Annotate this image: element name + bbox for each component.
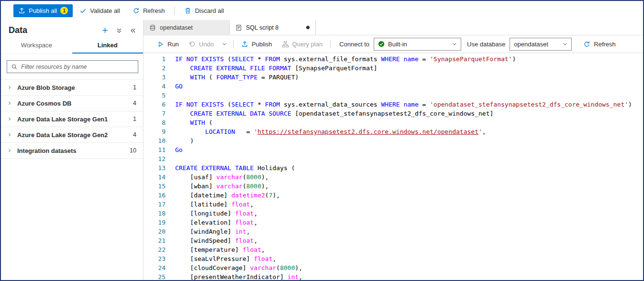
- discard-all-label: Discard all: [195, 7, 224, 14]
- run-button[interactable]: Run: [152, 37, 184, 51]
- tree-item[interactable]: Integration datasets10: [1, 143, 143, 159]
- code-line[interactable]: [cloudCoverage] varchar(8000),: [175, 263, 643, 272]
- tree-item[interactable]: Azure Data Lake Storage Gen11: [1, 111, 143, 127]
- line-number: 22: [144, 245, 166, 254]
- line-number: 3: [144, 73, 166, 82]
- refresh-button[interactable]: Refresh: [127, 4, 171, 17]
- collapse-all-icon[interactable]: [116, 27, 122, 34]
- line-number: 10: [144, 136, 166, 145]
- tree-item[interactable]: Azure Cosmos DB4: [1, 96, 143, 111]
- code-line[interactable]: [elevation] float,: [175, 218, 643, 227]
- line-number: 17: [144, 200, 166, 209]
- sidebar-header: Data: [1, 20, 143, 38]
- code-line[interactable]: IF NOT EXISTS (SELECT * FROM sys.externa…: [175, 54, 643, 64]
- use-database-select[interactable]: opendataset: [510, 38, 572, 51]
- tree-item-count: 4: [133, 131, 136, 138]
- toolbar-divider: [174, 6, 175, 15]
- undo-dropdown-chevron[interactable]: [219, 41, 230, 47]
- undo-label: Undo: [199, 41, 214, 48]
- query-plan-label: Query plan: [292, 41, 323, 48]
- tree-item-label: Azure Blob Storage: [17, 84, 133, 91]
- line-number: 21: [144, 236, 166, 245]
- validate-all-button[interactable]: Validate all: [74, 4, 126, 17]
- line-number: 11: [144, 145, 166, 154]
- line-numbers: 1234567891011121314151617181920212223242…: [144, 54, 167, 280]
- line-number: 18: [144, 209, 166, 218]
- code-line[interactable]: WITH (: [175, 118, 643, 127]
- chevron-right-icon[interactable]: [7, 148, 12, 153]
- refresh-icon: [583, 41, 590, 48]
- validate-all-label: Validate all: [90, 7, 120, 14]
- collapse-panel-icon[interactable]: [130, 27, 136, 34]
- play-icon: [157, 41, 164, 48]
- code-line[interactable]: CREATE EXTERNAL FILE FORMAT [SynapseParq…: [175, 64, 643, 73]
- code-line[interactable]: [175, 154, 643, 163]
- code-line[interactable]: GO: [175, 82, 643, 91]
- code-line[interactable]: IF NOT EXISTS (SELECT * FROM sys.externa…: [175, 100, 643, 109]
- chevron-right-icon[interactable]: [7, 101, 12, 106]
- line-number: 24: [144, 263, 166, 272]
- body: Data Workspace Linked: [1, 20, 643, 280]
- tree-item-count: 1: [133, 116, 136, 122]
- chevron-down-icon: [452, 41, 457, 47]
- undo-icon: [189, 41, 196, 48]
- code-line[interactable]: WITH ( FORMAT_TYPE = PARQUET): [175, 73, 643, 82]
- tree-item[interactable]: Azure Blob Storage1: [1, 80, 143, 96]
- database-icon: [149, 24, 156, 31]
- code-line[interactable]: [temperature] float,: [175, 245, 643, 254]
- run-label: Run: [167, 41, 179, 48]
- code-line[interactable]: [175, 91, 643, 100]
- tab-linked[interactable]: Linked: [72, 38, 144, 54]
- line-number: 20: [144, 227, 166, 236]
- chevron-right-icon[interactable]: [7, 132, 12, 137]
- code-line[interactable]: [windSpeed] float,: [175, 236, 643, 245]
- code-line[interactable]: [usaf] varchar(8000),: [175, 173, 643, 182]
- line-number: 14: [144, 173, 166, 182]
- code-line[interactable]: [windAngle] int,: [175, 227, 643, 236]
- code-line[interactable]: CREATE EXTERNAL TABLE Holidays (: [175, 163, 643, 173]
- line-number: 7: [144, 109, 166, 118]
- code-line[interactable]: [wban] varchar(8000),: [175, 182, 643, 191]
- filter-box: [7, 60, 138, 73]
- code-line[interactable]: [latitude] float,: [175, 200, 643, 209]
- publish-button[interactable]: Publish: [236, 37, 277, 51]
- tree-item-label: Azure Data Lake Storage Gen2: [17, 131, 133, 139]
- resource-list: Azure Blob Storage1Azure Cosmos DB4Azure…: [1, 79, 143, 159]
- upload-icon: [241, 41, 248, 48]
- line-number: 15: [144, 182, 166, 191]
- tab-sql-script-8[interactable]: SQL script 8: [230, 20, 316, 35]
- chevron-right-icon[interactable]: [7, 117, 12, 121]
- code-lines[interactable]: IF NOT EXISTS (SELECT * FROM sys.externa…: [167, 54, 643, 280]
- editor-refresh-label: Refresh: [594, 41, 616, 48]
- add-resource-icon[interactable]: [101, 27, 109, 34]
- code-line[interactable]: CREATE EXTERNAL DATA SOURCE [opendataset…: [175, 109, 643, 118]
- sidebar-title: Data: [9, 25, 101, 35]
- code-line[interactable]: [longitude] float,: [175, 209, 643, 218]
- publish-all-label: Publish all: [29, 7, 57, 14]
- code-line[interactable]: [datetime] datetime2(7),: [175, 191, 643, 200]
- code-line[interactable]: [seaLvlPressure] float,: [175, 254, 643, 263]
- toolbar-divider: [330, 40, 331, 48]
- filter-input[interactable]: [21, 64, 134, 70]
- unsaved-changes-dot[interactable]: [306, 26, 310, 29]
- editor-toolbar: Run Undo Publish: [144, 35, 643, 53]
- chevron-right-icon[interactable]: [7, 85, 12, 90]
- undo-button[interactable]: Undo: [184, 37, 219, 51]
- tab-opendataset[interactable]: opendataset: [144, 20, 230, 35]
- connect-to-select[interactable]: Built-in: [374, 38, 461, 51]
- status-ok-icon: [378, 41, 385, 47]
- tab-workspace[interactable]: Workspace: [1, 38, 72, 54]
- publish-count-badge: 1: [60, 7, 68, 14]
- code-line[interactable]: ): [175, 136, 643, 145]
- code-line[interactable]: Go: [175, 145, 643, 154]
- editor-refresh-button[interactable]: Refresh: [578, 37, 621, 51]
- tree-item[interactable]: Azure Data Lake Storage Gen24: [1, 127, 143, 143]
- query-plan-button[interactable]: Query plan: [277, 37, 328, 51]
- discard-all-button[interactable]: Discard all: [178, 4, 230, 17]
- code-line[interactable]: [presentWeatherIndicator] int,: [175, 272, 643, 280]
- code-line[interactable]: LOCATION = 'https://stefansynapsetest2.d…: [175, 127, 643, 136]
- tab-label: opendataset: [160, 24, 193, 31]
- sql-editor[interactable]: 1234567891011121314151617181920212223242…: [144, 53, 643, 280]
- publish-all-button[interactable]: Publish all 1: [13, 4, 73, 17]
- line-number: 6: [144, 100, 166, 109]
